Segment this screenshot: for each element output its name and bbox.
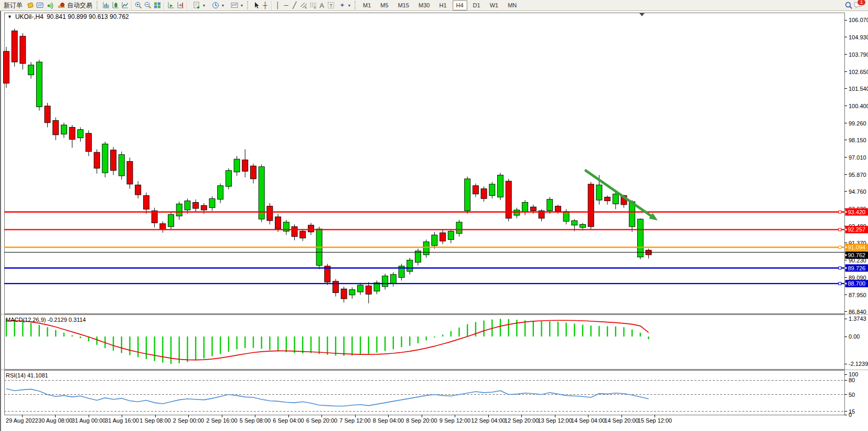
time-axis[interactable]: 29 Aug 202230 Aug 08:0031 Aug 00:0031 Au…	[6, 415, 672, 424]
timeframe-MN[interactable]: MN	[504, 0, 520, 10]
svg-text:12 Sep 04:00: 12 Sep 04:00	[471, 417, 505, 424]
toolbar-separator	[164, 1, 164, 10]
candlestick-chart-icon[interactable]	[111, 1, 120, 10]
svg-text:90.762: 90.762	[848, 252, 866, 258]
bar-chart-icon[interactable]	[101, 1, 110, 10]
chart-canvas[interactable]: 106.070104.930103.790102.650101.540100.4…	[1, 11, 868, 431]
toolbar-grip[interactable]	[355, 1, 358, 9]
svg-text:94.760: 94.760	[849, 188, 866, 195]
svg-text:106.070: 106.070	[849, 17, 868, 23]
timeframe-group: M1M5M15M30H1H4D1W1MN	[359, 0, 520, 10]
svg-text:0: 0	[849, 412, 852, 418]
timeframe-W1[interactable]: W1	[486, 0, 502, 10]
new-order-button[interactable]: 新订单	[1, 0, 25, 11]
svg-text:88.700: 88.700	[848, 280, 866, 287]
svg-text:T: T	[329, 3, 333, 8]
panel-frames	[1, 13, 868, 415]
trendline-tool-icon[interactable]: ╱	[291, 1, 298, 10]
svg-text:80: 80	[849, 377, 855, 383]
timeframe-H1[interactable]: H1	[435, 0, 450, 10]
zoom-out-icon[interactable]	[143, 1, 152, 10]
svg-text:-2.1239: -2.1239	[849, 361, 868, 367]
indicators-button[interactable]: ▾	[189, 0, 208, 11]
auto-trade-icon	[57, 1, 66, 10]
vertical-line-tool-icon[interactable]: │	[274, 1, 282, 10]
svg-text:104.930: 104.930	[849, 34, 868, 40]
text-label-tool-icon[interactable]: T	[326, 1, 335, 10]
toolbar-grip[interactable]	[247, 1, 250, 9]
line-chart-icon[interactable]	[120, 1, 129, 10]
chevron-down-icon: ▾	[222, 3, 224, 8]
timeframe-D1[interactable]: D1	[469, 0, 484, 10]
auto-scroll-icon[interactable]	[166, 1, 175, 10]
chart-shift-icon[interactable]	[176, 1, 185, 10]
svg-text:100.400: 100.400	[849, 103, 868, 109]
timeframe-M1[interactable]: M1	[359, 0, 374, 10]
one-click-trading-arrow[interactable]: ▼	[7, 14, 12, 19]
svg-text:14 Sep 20:00: 14 Sep 20:00	[604, 417, 638, 424]
timeframe-M15[interactable]: M15	[394, 0, 413, 10]
chart-window[interactable]: ▼ UKOil-,H4 90.841 90.899 90.613 90.762 …	[0, 11, 868, 431]
svg-text:103.790: 103.790	[849, 51, 868, 58]
svg-text:14 Sep 04:00: 14 Sep 04:00	[571, 417, 605, 424]
tile-windows-icon[interactable]	[153, 1, 162, 10]
svg-text:2 Sep 16:00: 2 Sep 16:00	[206, 417, 237, 424]
svg-text:50: 50	[849, 392, 855, 398]
timeframe-H4[interactable]: H4	[453, 0, 467, 10]
cursor-icon[interactable]	[252, 1, 261, 10]
search-icon[interactable]	[844, 1, 853, 10]
svg-text:102.650: 102.650	[849, 69, 868, 75]
svg-text:29 Aug 2022: 29 Aug 2022	[6, 417, 38, 424]
svg-text:12 Sep 20:00: 12 Sep 20:00	[505, 417, 539, 424]
sticker-icon[interactable]	[26, 1, 35, 10]
template-image-icon	[230, 1, 239, 10]
charts-window-icon[interactable]	[35, 1, 44, 10]
ohlc-values: 90.841 90.899 90.613 90.762	[47, 13, 129, 20]
chevron-down-icon: ▾	[203, 3, 205, 8]
svg-text:31 Aug 16:00: 31 Aug 16:00	[105, 417, 139, 424]
svg-text:8 Sep 20:00: 8 Sep 20:00	[406, 417, 437, 424]
toolbar-separator	[271, 1, 272, 10]
svg-text:8 Sep 04:00: 8 Sep 04:00	[373, 417, 404, 424]
arrows-tool-button[interactable]: ✦ ▾	[336, 0, 353, 11]
svg-text:15 Sep 12:00: 15 Sep 12:00	[638, 417, 672, 424]
notification-badge: 1	[857, 0, 866, 6]
clock-icon	[211, 1, 220, 10]
svg-text:2 Sep 00:00: 2 Sep 00:00	[173, 417, 204, 424]
svg-text:E: E	[305, 6, 307, 9]
symbol-period-label: UKOil-,H4	[15, 13, 44, 20]
svg-text:5 Sep 08:00: 5 Sep 08:00	[240, 417, 271, 424]
svg-text:6 Sep 04:00: 6 Sep 04:00	[273, 417, 304, 424]
svg-text:31 Aug 00:00: 31 Aug 00:00	[72, 417, 106, 424]
crosshair-icon[interactable]: ┼	[261, 1, 269, 10]
signal-icon[interactable]	[45, 1, 53, 10]
timeframe-M5[interactable]: M5	[377, 0, 392, 10]
svg-text:91.094: 91.094	[848, 244, 866, 250]
toolbar-grip[interactable]	[97, 1, 100, 9]
svg-text:13 Sep 12:00: 13 Sep 12:00	[538, 417, 572, 424]
chevron-down-icon: ▾	[348, 3, 350, 8]
horizontal-line-tool-icon[interactable]: ─	[282, 1, 290, 10]
timeframe-M30[interactable]: M30	[415, 0, 433, 10]
svg-text:30 Aug 08:00: 30 Aug 08:00	[38, 417, 72, 424]
svg-text:87.950: 87.950	[849, 292, 866, 298]
zoom-in-icon[interactable]	[134, 1, 143, 10]
svg-text:7 Sep 12:00: 7 Sep 12:00	[339, 417, 370, 424]
svg-text:F: F	[314, 6, 316, 9]
svg-text:99.260: 99.260	[849, 120, 866, 127]
periods-button[interactable]: ▾	[208, 0, 227, 11]
svg-text:92.257: 92.257	[848, 226, 866, 233]
add-indicator-icon	[192, 1, 201, 10]
fibonacci-tool-icon[interactable]: F	[308, 1, 317, 10]
text-tool-icon[interactable]: A	[318, 1, 326, 10]
svg-text:95.870: 95.870	[849, 172, 866, 178]
svg-text:97.010: 97.010	[849, 154, 866, 161]
toolbar-separator	[187, 1, 187, 10]
auto-trade-button[interactable]: 自动交易	[54, 0, 95, 11]
templates-button[interactable]: ▾	[227, 0, 245, 11]
notifications-button[interactable]: 1	[854, 1, 863, 10]
svg-text:1.3743: 1.3743	[849, 316, 866, 322]
svg-text:93.420: 93.420	[848, 209, 866, 215]
channel-tool-icon[interactable]: E	[299, 1, 308, 10]
svg-text:101.540: 101.540	[849, 86, 868, 92]
